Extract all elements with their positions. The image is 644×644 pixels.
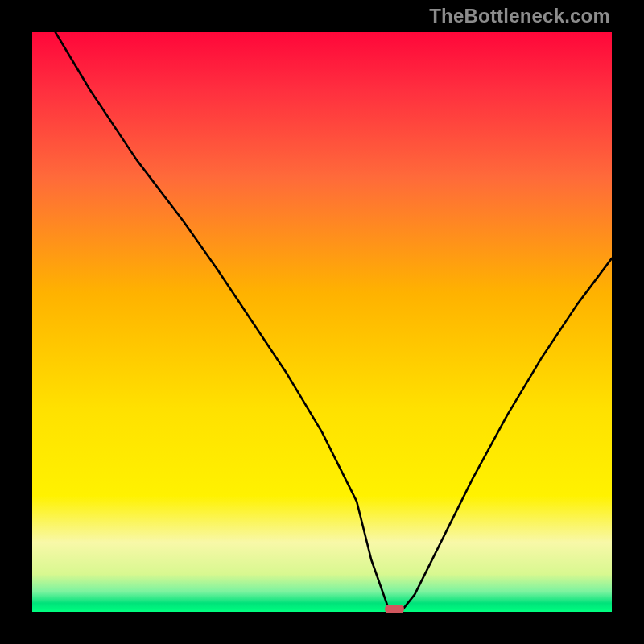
optimal-marker [385,605,403,614]
bottleneck-chart [32,32,612,612]
chart-frame: TheBottleneck.com [0,0,644,644]
gradient-background [32,32,612,612]
plot-area [32,32,612,612]
watermark-text: TheBottleneck.com [429,5,610,27]
